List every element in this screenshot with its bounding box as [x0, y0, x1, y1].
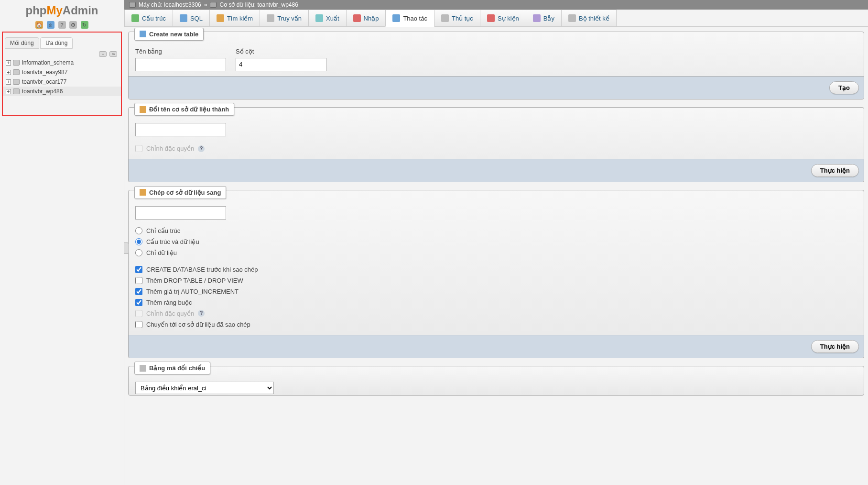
- logo: phpMyAdmin: [0, 0, 124, 19]
- db-item[interactable]: + information_schema: [3, 58, 121, 67]
- expand-icon[interactable]: +: [6, 79, 11, 85]
- tab-structure[interactable]: Cấu trúc: [124, 10, 173, 26]
- sidebar: phpMyAdmin 🏠 ⎋ ? ⚙ ↻ Mới dùng Ưa dùng − …: [0, 0, 124, 485]
- chk-add-constraints[interactable]: Thêm ràng buộc: [135, 297, 857, 308]
- quick-icons: 🏠 ⎋ ? ⚙ ↻: [0, 19, 124, 31]
- radio-structure-only[interactable]: Chỉ cấu trúc: [135, 225, 857, 236]
- tab-favorite[interactable]: Ưa dùng: [40, 37, 73, 49]
- export-icon: [315, 14, 323, 22]
- label-table-name: Tên bảng: [135, 48, 226, 55]
- checkbox-add-constraints[interactable]: [135, 299, 142, 306]
- panel-rename-db: Đổi tên cơ sở dữ liệu thành Chỉnh đặc qu…: [128, 107, 864, 183]
- db-name: toantvbr_easy987: [22, 69, 67, 76]
- db-item[interactable]: + toantvbr_easy987: [3, 67, 121, 77]
- database-icon: [13, 69, 20, 75]
- tab-events[interactable]: Sự kiện: [480, 10, 526, 26]
- tab-recent[interactable]: Mới dùng: [5, 37, 39, 49]
- input-table-name[interactable]: [135, 58, 226, 71]
- label-num-columns: Số cột: [236, 48, 326, 55]
- breadcrumb: Máy chủ: localhost:3306 » Cơ sở dữ liệu:…: [124, 0, 868, 10]
- expand-icon[interactable]: +: [6, 89, 11, 94]
- rename-db-button[interactable]: Thực hiện: [811, 164, 859, 177]
- docs-icon[interactable]: ?: [58, 21, 66, 29]
- checkbox-adjust-priv[interactable]: [135, 145, 142, 152]
- legend-collation: Bảng mã đối chiếu: [134, 362, 210, 375]
- reload-icon[interactable]: ↻: [81, 21, 88, 29]
- create-table-button[interactable]: Tạo: [829, 81, 859, 94]
- collation-icon: [140, 365, 146, 372]
- input-copy-db-name[interactable]: [135, 206, 226, 220]
- logout-icon[interactable]: ⎋: [47, 21, 54, 29]
- operations-icon: [392, 14, 400, 22]
- sql-icon: [180, 14, 187, 22]
- panel-create-table: Create new table Tên bảng Số cột: [128, 32, 864, 99]
- tab-operations[interactable]: Thao tác: [385, 10, 434, 27]
- panel-copy-db: Chép cơ sở dữ liệu sang Chỉ cấu trúc Cấ: [128, 190, 864, 358]
- logo-part-php: php: [26, 4, 47, 17]
- database-tree-highlight: Mới dùng Ưa dùng − ∞ + information_schem…: [2, 32, 122, 116]
- chk-copy-adjust-priv[interactable]: Chỉnh đặc quyền ?: [135, 308, 857, 319]
- radio-data-only-input[interactable]: [135, 249, 142, 256]
- server-icon: [129, 2, 136, 8]
- input-num-columns[interactable]: [236, 58, 326, 71]
- tab-routines[interactable]: Thủ tục: [434, 10, 480, 26]
- tab-search[interactable]: Tìm kiếm: [209, 10, 260, 26]
- new-table-icon: [140, 31, 146, 37]
- radio-structure-and-data[interactable]: Cấu trúc và dữ liệu: [135, 236, 857, 247]
- designer-icon: [568, 14, 576, 22]
- expand-icon[interactable]: +: [6, 70, 11, 75]
- query-icon: [267, 14, 274, 22]
- tab-triggers[interactable]: Bẫy: [526, 10, 562, 26]
- radio-data-only[interactable]: Chỉ dữ liệu: [135, 247, 857, 258]
- help-icon[interactable]: ?: [198, 310, 205, 317]
- legend-create-table: Create new table: [134, 28, 204, 41]
- radio-structure-and-data-input[interactable]: [135, 238, 142, 245]
- collapse-sidebar-icon[interactable]: [124, 242, 129, 254]
- chk-add-drop[interactable]: Thêm DROP TABLE / DROP VIEW: [135, 275, 857, 286]
- db-item-selected[interactable]: + toantvbr_wp486: [3, 87, 121, 96]
- expand-icon[interactable]: +: [6, 60, 11, 66]
- home-icon[interactable]: 🏠: [35, 21, 43, 29]
- radio-structure-only-input[interactable]: [135, 227, 142, 234]
- triggers-icon: [533, 14, 541, 22]
- database-icon: [13, 88, 20, 94]
- select-collation[interactable]: Bảng điều khiển eral_ci: [135, 382, 274, 394]
- db-name: toantvbr_wp486: [22, 88, 63, 95]
- legend-copy-db: Chép cơ sở dữ liệu sang: [134, 186, 226, 199]
- checkbox-copy-adjust-priv[interactable]: [135, 310, 142, 317]
- db-name: toantvbr_ocar177: [22, 78, 66, 85]
- chk-create-db[interactable]: CREATE DATABASE trước khi sao chép: [135, 264, 857, 275]
- tab-sql[interactable]: SQL: [173, 10, 210, 26]
- chk-switch-db[interactable]: Chuyển tới cơ sở dữ liệu đã sao chép: [135, 319, 857, 330]
- checkbox-add-drop[interactable]: [135, 277, 142, 284]
- help-icon[interactable]: ?: [198, 145, 205, 152]
- events-icon: [487, 14, 495, 22]
- chk-rename-adjust-priv[interactable]: Chỉnh đặc quyền ?: [135, 143, 857, 154]
- logo-part-admin: Admin: [63, 4, 98, 17]
- search-icon: [217, 14, 224, 22]
- tree-toolbar: − ∞: [3, 49, 121, 58]
- pencil-icon: [140, 106, 146, 113]
- tab-import[interactable]: Nhập: [346, 10, 386, 26]
- checkbox-add-autoinc[interactable]: [135, 288, 142, 295]
- structure-icon: [131, 14, 139, 22]
- db-name: information_schema: [22, 59, 74, 66]
- settings-icon[interactable]: ⚙: [69, 21, 77, 29]
- link-icon[interactable]: ∞: [109, 51, 117, 57]
- checkbox-switch-db[interactable]: [135, 321, 142, 328]
- breadcrumb-server[interactable]: Máy chủ: localhost:3306: [139, 1, 201, 8]
- checkbox-create-db[interactable]: [135, 266, 142, 273]
- copy-db-button[interactable]: Thực hiện: [811, 340, 859, 353]
- chk-add-autoinc[interactable]: Thêm giá trị AUTO_INCREMENT: [135, 286, 857, 297]
- breadcrumb-database[interactable]: Cơ sở dữ liệu: toantvbr_wp486: [219, 1, 298, 8]
- database-icon: [210, 2, 217, 8]
- main-tabs: Cấu trúc SQL Tìm kiếm Truy vấn Xuất Nhập…: [124, 10, 868, 27]
- tab-query[interactable]: Truy vấn: [260, 10, 309, 26]
- content: Create new table Tên bảng Số cột: [124, 27, 868, 485]
- tab-export[interactable]: Xuất: [308, 10, 347, 26]
- collapse-all-icon[interactable]: −: [99, 51, 107, 57]
- tab-designer[interactable]: Bộ thiết kế: [561, 10, 617, 26]
- input-rename-db[interactable]: [135, 123, 226, 136]
- db-item[interactable]: + toantvbr_ocar177: [3, 77, 121, 87]
- main: Máy chủ: localhost:3306 » Cơ sở dữ liệu:…: [124, 0, 868, 485]
